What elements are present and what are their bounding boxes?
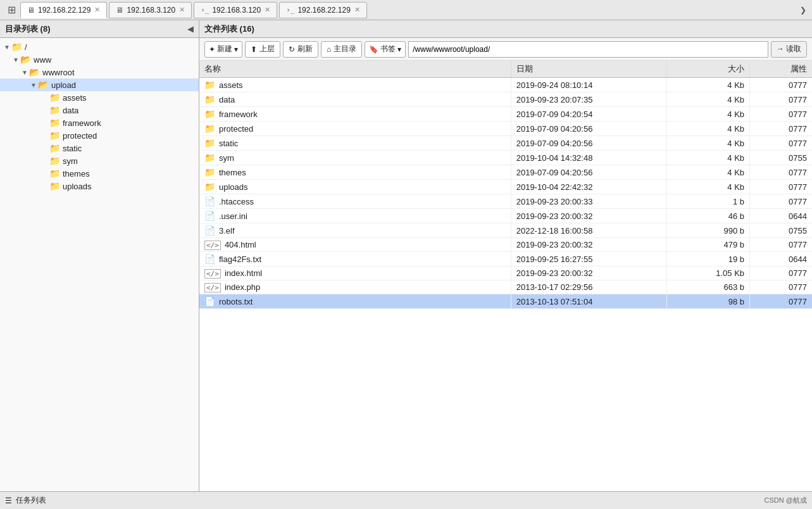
tab-close-icon[interactable]: ✕	[94, 6, 100, 14]
tree-item-upload[interactable]: ▼ 📂 upload	[0, 79, 199, 91]
tree-item-assets[interactable]: 📁 assets	[0, 91, 199, 104]
file-name[interactable]: </>index.php	[199, 280, 511, 294]
file-name[interactable]: 📁framework	[199, 107, 511, 122]
tab-server-icon-2: 🖥	[116, 6, 123, 15]
file-size: 663 b	[666, 280, 749, 294]
tree-label-data: data	[63, 106, 78, 115]
file-name[interactable]: 📁assets	[199, 78, 511, 92]
tab-192-168-3-120-sftp[interactable]: 🖥 192.168.3.120 ✕	[109, 2, 192, 18]
table-row[interactable]: 📁assets 2019-09-24 08:10:14 4 Kb 0777	[199, 78, 812, 92]
tab-right-arrow[interactable]: ❯	[797, 4, 809, 16]
expand-icon-root[interactable]: ▼	[3, 44, 11, 51]
table-row[interactable]: 📄3.elf 2022-12-18 16:00:58 990 b 0755	[199, 223, 812, 238]
table-row[interactable]: 📁framework 2019-07-09 04:20:54 4 Kb 0777	[199, 107, 812, 122]
file-date: 2019-07-09 04:20:54	[511, 107, 666, 122]
file-name[interactable]: </>404.html	[199, 238, 511, 252]
tab-close-icon-2[interactable]: ✕	[179, 6, 185, 14]
table-row[interactable]: 📁uploads 2019-10-04 22:42:32 4 Kb 0777	[199, 180, 812, 194]
grid-icon[interactable]: ⊞	[3, 1, 20, 19]
tree-item-themes[interactable]: 📁 themes	[0, 167, 199, 180]
tab-192-168-22-129[interactable]: 🖥 192.168.22.129 ✕	[20, 2, 107, 18]
tree-item-uploads[interactable]: 📁 uploads	[0, 180, 199, 192]
col-header-date[interactable]: 日期	[511, 61, 666, 78]
file-attr: 0777	[750, 194, 812, 209]
col-header-size[interactable]: 大小	[666, 61, 749, 78]
file-name[interactable]: 📁uploads	[199, 180, 511, 194]
file-name[interactable]: 📁sym	[199, 151, 511, 165]
table-row[interactable]: 📁sym 2019-10-04 14:32:48 4 Kb 0755	[199, 151, 812, 165]
file-name[interactable]: 📁data	[199, 92, 511, 107]
folder-icon: 📁	[204, 123, 215, 134]
tab-label: 192.168.22.129	[38, 6, 91, 15]
file-size: 46 b	[666, 209, 749, 223]
tree-label-root: /	[25, 42, 27, 52]
table-row[interactable]: </>index.php 2013-10-17 02:29:56 663 b 0…	[199, 280, 812, 294]
home-button[interactable]: ⌂ 主目录	[321, 41, 362, 58]
file-attr: 0755	[750, 151, 812, 165]
expand-icon-wwwroot[interactable]: ▼	[20, 69, 29, 76]
new-dropdown-arrow: ▾	[234, 45, 238, 54]
file-name[interactable]: 📄.user.ini	[199, 209, 511, 223]
tab-192-168-3-120-ssh[interactable]: ›_ 192.168.3.120 ✕	[194, 2, 277, 18]
folder-icon: 📁	[204, 109, 215, 119]
read-button[interactable]: → 读取	[771, 41, 807, 58]
tab-label-3: 192.168.3.120	[212, 6, 261, 15]
table-row[interactable]: </>404.html 2019-09-23 20:00:32 479 b 07…	[199, 238, 812, 252]
new-label: 新建	[217, 44, 232, 54]
tree-label-static: static	[63, 144, 82, 153]
toolbar: ✦ 新建 ▾ ⬆ 上层 ↻ 刷新 ⌂ 主目录 🔖 书签 ▾	[199, 38, 812, 61]
tree-label-assets: assets	[63, 93, 87, 103]
table-row[interactable]: 📄.user.ini 2019-09-23 20:00:32 46 b 0644	[199, 209, 812, 223]
tree-item-static[interactable]: 📁 static	[0, 142, 199, 154]
expand-icon-www[interactable]: ▼	[11, 56, 20, 63]
table-row[interactable]: 📁static 2019-07-09 04:20:56 4 Kb 0777	[199, 136, 812, 151]
file-date: 2019-10-04 22:42:32	[511, 180, 666, 194]
expand-icon-upload[interactable]: ▼	[29, 82, 38, 89]
col-header-name[interactable]: 名称	[199, 61, 511, 78]
tree-item-sym[interactable]: 📁 sym	[0, 154, 199, 167]
table-row[interactable]: 📁protected 2019-07-09 04:20:56 4 Kb 0777	[199, 122, 812, 136]
new-button[interactable]: ✦ 新建 ▾	[204, 41, 242, 58]
folder-icon-themes: 📁	[49, 168, 60, 179]
file-name[interactable]: 📁protected	[199, 122, 511, 136]
tab-close-icon-4[interactable]: ✕	[354, 6, 360, 14]
file-name[interactable]: 📁static	[199, 136, 511, 151]
file-name[interactable]: </>index.html	[199, 267, 511, 280]
table-row[interactable]: </>index.html 2019-09-23 20:00:32 1.05 K…	[199, 267, 812, 280]
bookmark-button[interactable]: 🔖 书签 ▾	[365, 41, 406, 58]
folder-icon: 📁	[204, 138, 215, 148]
tree-item-data[interactable]: 📁 data	[0, 104, 199, 116]
tree-item-protected[interactable]: 📁 protected	[0, 129, 199, 142]
up-button[interactable]: ⬆ 上层	[245, 41, 280, 58]
file-name[interactable]: 📄3.elf	[199, 223, 511, 238]
path-input[interactable]	[408, 41, 768, 58]
file-size: 4 Kb	[666, 136, 749, 151]
file-attr: 0777	[750, 280, 812, 294]
file-size: 4 Kb	[666, 122, 749, 136]
tree-item-wwwroot[interactable]: ▼ 📂 wwwroot	[0, 66, 199, 79]
tab-192-168-22-129-ssh[interactable]: ›_ 192.168.22.129 ✕	[279, 2, 367, 18]
file-date: 2019-09-23 20:00:32	[511, 209, 666, 223]
tree-item-www[interactable]: ▼ 📂 www	[0, 53, 199, 66]
tree-item-root[interactable]: ▼ 📁 /	[0, 41, 199, 53]
tree-item-framework[interactable]: 📁 framework	[0, 116, 199, 129]
file-name[interactable]: 📄robots.txt	[199, 294, 511, 309]
file-name[interactable]: 📄flag42Fs.txt	[199, 252, 511, 267]
left-panel-collapse-btn[interactable]: ◀	[187, 24, 194, 34]
table-row[interactable]: 📁data 2019-09-23 20:07:35 4 Kb 0777	[199, 92, 812, 107]
file-date: 2019-10-04 14:32:48	[511, 151, 666, 165]
file-name[interactable]: 📁themes	[199, 165, 511, 180]
table-row[interactable]: 📁themes 2019-07-09 04:20:56 4 Kb 0777	[199, 165, 812, 180]
folder-icon: 📁	[204, 153, 215, 163]
table-row[interactable]: 📄robots.txt 2013-10-13 07:51:04 98 b 077…	[199, 294, 812, 309]
tree-container: ▼ 📁 / ▼ 📂 www ▼ 📂 wwwroot ▼ 📂 upload	[0, 38, 199, 491]
table-row[interactable]: 📄.htaccess 2019-09-23 20:00:33 1 b 0777	[199, 194, 812, 209]
file-name[interactable]: 📄.htaccess	[199, 194, 511, 209]
file-attr: 0644	[750, 252, 812, 267]
refresh-button[interactable]: ↻ 刷新	[283, 41, 318, 58]
file-size: 4 Kb	[666, 107, 749, 122]
table-row[interactable]: 📄flag42Fs.txt 2019-09-25 16:27:55 19 b 0…	[199, 252, 812, 267]
right-panel-title: 文件列表 (16)	[204, 23, 254, 35]
tab-close-icon-3[interactable]: ✕	[265, 6, 270, 14]
col-header-attr[interactable]: 属性	[750, 61, 812, 78]
